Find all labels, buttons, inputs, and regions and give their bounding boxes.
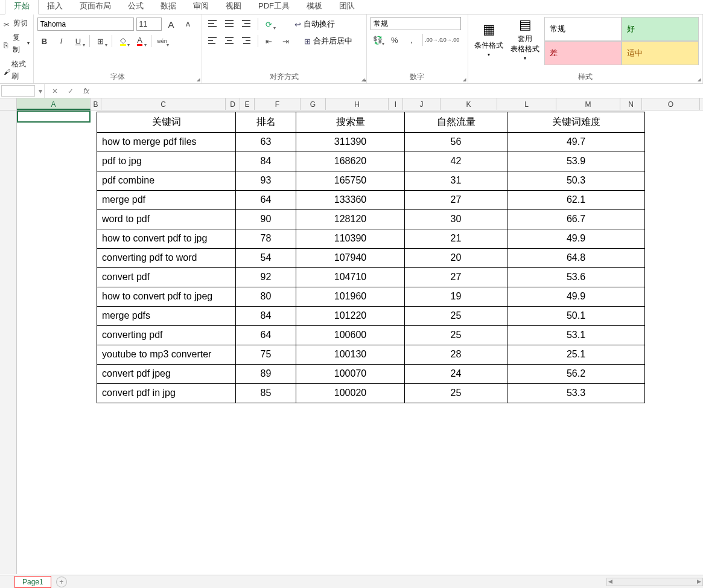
cell-rank[interactable]: 92 [236,268,296,287]
cell-difficulty[interactable]: 53.1 [507,326,645,345]
col-header-E[interactable]: E [240,98,255,110]
style-good[interactable]: 好 [622,17,699,41]
comma-button[interactable]: , [404,33,419,47]
tab-team[interactable]: 团队 [331,0,363,14]
cell-traffic[interactable]: 21 [405,229,507,249]
cell-keyword[interactable]: converting pdf [97,326,236,345]
cell-volume[interactable]: 100070 [296,365,405,384]
increase-decimal-button[interactable]: .00→.0 [427,33,441,47]
cell-difficulty[interactable]: 53.9 [507,152,645,171]
font-name-select[interactable] [37,18,134,31]
horizontal-scrollbar[interactable] [606,578,703,586]
cell-traffic[interactable]: 27 [405,191,507,210]
col-header-K[interactable]: K [441,98,497,110]
col-header-M[interactable]: M [556,98,620,110]
header-traffic[interactable]: 自然流量 [405,112,507,133]
cell-rank[interactable]: 75 [236,345,296,365]
cell-difficulty[interactable]: 64.8 [507,249,645,268]
cell-keyword[interactable]: pdf to jpg [97,152,236,171]
font-size-select[interactable] [136,18,162,31]
name-box-dropdown[interactable]: ▾ [36,84,45,98]
header-volume[interactable]: 搜索量 [296,112,405,133]
cell-volume[interactable]: 101220 [296,307,405,326]
tab-view[interactable]: 视图 [217,0,250,14]
table-format-button[interactable]: ▤ 套用 表格格式▾ [508,17,542,60]
style-neutral[interactable]: 适中 [622,41,699,65]
cell-keyword[interactable]: how to convert pdf to jpeg [97,287,236,307]
align-center-button[interactable] [223,34,237,48]
decrease-decimal-button[interactable]: .0→.00 [444,33,458,47]
cell-rank[interactable]: 85 [236,384,296,403]
wrap-text-button[interactable]: 自动换行 [291,17,339,31]
cell-rank[interactable]: 84 [236,152,296,171]
tab-insert[interactable]: 插入 [39,0,71,14]
col-header-D[interactable]: D [226,98,240,110]
font-color-button[interactable]: A [133,34,147,48]
cell-difficulty[interactable]: 56.2 [507,365,645,384]
tab-data[interactable]: 数据 [152,0,185,14]
cell-keyword[interactable]: convert pdf [97,268,236,287]
enter-button[interactable]: ✓ [63,84,78,98]
bold-button[interactable]: B [37,34,52,48]
header-rank[interactable]: 排名 [236,112,296,133]
cell-volume[interactable]: 107940 [296,249,405,268]
underline-button[interactable]: U [71,34,86,48]
col-header-G[interactable]: G [301,98,326,110]
copy-button[interactable]: 复制▾ [4,31,30,56]
tab-home[interactable]: 开始 [5,0,39,14]
cell-rank[interactable]: 64 [236,326,296,345]
cell-traffic[interactable]: 25 [405,384,507,403]
cell-volume[interactable]: 110390 [296,229,405,249]
add-sheet-button[interactable]: + [56,577,67,587]
tab-pdf[interactable]: PDF工具 [250,0,298,14]
cell-volume[interactable]: 168620 [296,152,405,171]
cancel-button[interactable]: ✕ [47,84,63,98]
cell-keyword[interactable]: youtube to mp3 converter [97,345,236,365]
merge-center-button[interactable]: 合并后居中 [301,34,356,48]
italic-button[interactable]: I [54,34,69,48]
cell-keyword[interactable]: convert pdf in jpg [97,384,236,403]
sheet-tab-page1[interactable]: Page1 [14,576,51,588]
cell-rank[interactable]: 93 [236,171,296,191]
align-bottom-button[interactable] [240,17,254,31]
fill-color-button[interactable]: ◇ [116,34,130,48]
cell-traffic[interactable]: 30 [405,210,507,229]
col-header-F[interactable]: F [255,98,301,110]
cell-volume[interactable]: 311390 [296,133,405,152]
cell-keyword[interactable]: merge pdfs [97,307,236,326]
cell-traffic[interactable]: 42 [405,152,507,171]
format-painter-button[interactable]: 格式刷 [4,58,30,82]
fx-button[interactable]: fx [78,84,94,98]
cell-difficulty[interactable]: 49.7 [507,133,645,152]
currency-button[interactable]: 💱 [371,33,385,47]
col-header-L[interactable]: L [497,98,556,110]
col-header-J[interactable]: J [403,98,441,110]
grid-area[interactable]: 关键词 排名 搜索量 自然流量 关键词难度 how to merge pdf f… [0,110,703,574]
cell-volume[interactable]: 100130 [296,345,405,365]
cell-rank[interactable]: 80 [236,287,296,307]
cell-rank[interactable]: 64 [236,191,296,210]
cell-keyword[interactable]: convert pdf jpeg [97,365,236,384]
cell-traffic[interactable]: 24 [405,365,507,384]
style-bad[interactable]: 差 [544,41,622,65]
percent-button[interactable]: % [387,33,402,47]
cell-traffic[interactable]: 25 [405,326,507,345]
cell-difficulty[interactable]: 62.1 [507,191,645,210]
cell-traffic[interactable]: 20 [405,249,507,268]
cell-rank[interactable]: 78 [236,229,296,249]
cell-keyword[interactable]: converting pdf to word [97,249,236,268]
increase-font-button[interactable]: A [164,17,179,31]
style-normal[interactable]: 常规 [544,17,622,41]
tab-template[interactable]: 模板 [298,0,331,14]
cell-difficulty[interactable]: 50.3 [507,171,645,191]
col-header-C[interactable]: C [101,98,226,110]
cell-difficulty[interactable]: 50.1 [507,307,645,326]
align-left-button[interactable] [206,34,220,48]
header-keyword[interactable]: 关键词 [97,112,236,133]
cell-difficulty[interactable]: 49.9 [507,287,645,307]
col-header-O[interactable]: O [642,98,700,110]
orientation-button[interactable]: ⟳ [262,17,276,31]
cell-volume[interactable]: 101960 [296,287,405,307]
select-all-corner[interactable] [0,98,17,110]
align-top-button[interactable] [206,17,220,31]
